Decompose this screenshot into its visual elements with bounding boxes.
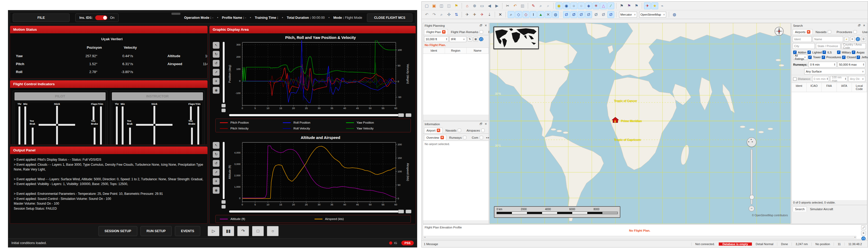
overview-map-inset[interactable] bbox=[493, 26, 539, 49]
zoom-reset-chart-button[interactable]: ↻ bbox=[213, 151, 220, 158]
map-canvas[interactable]: − 0 km2000400060008000 © OpenStreetMap c… bbox=[489, 23, 791, 224]
tab-checkbox-icon[interactable] bbox=[463, 136, 466, 139]
tabs-scroll-right-icon[interactable]: ▸ bbox=[488, 136, 489, 139]
airspace-online-icon[interactable]: Ø bbox=[600, 11, 607, 18]
adjust-altitude-icon[interactable]: ⇅ bbox=[453, 11, 460, 18]
map-legend-icon[interactable]: ◍ bbox=[671, 11, 678, 18]
route-string-icon[interactable]: ⌁ bbox=[659, 2, 665, 9]
column-header[interactable]: IATA bbox=[837, 83, 852, 92]
airspace-special-icon[interactable]: Ø bbox=[578, 11, 585, 18]
compass-rose-icon[interactable] bbox=[774, 26, 784, 36]
tab-com[interactable]: Com bbox=[469, 135, 485, 140]
flight-plan-table-body[interactable] bbox=[423, 54, 489, 115]
airspace-other-icon[interactable]: Ø bbox=[593, 11, 599, 18]
stop-button[interactable]: □ bbox=[252, 226, 264, 236]
select-chart-button[interactable]: ↖ bbox=[213, 142, 220, 149]
map-theme-combo[interactable]: OpenStreetMap∨ bbox=[639, 12, 666, 18]
runway-max-spinner[interactable]: 50,000 ft max▲▼ bbox=[838, 62, 865, 67]
bottom-tab-search[interactable]: Search bbox=[793, 206, 807, 212]
cruise-altitude-spinner[interactable]: 10,000 ft▲▼ bbox=[424, 36, 448, 42]
file-button[interactable]: FILE bbox=[13, 13, 69, 22]
distance-max-spinner[interactable]: 100 nm max▲▼ bbox=[830, 76, 847, 82]
aircraft-fuel-report-icon[interactable]: ✈ bbox=[478, 11, 486, 18]
column-header[interactable]: Region bbox=[445, 48, 467, 54]
tab-airport[interactable]: Airport✕ bbox=[424, 128, 443, 133]
tab-checkbox-icon[interactable] bbox=[479, 30, 483, 34]
play-button[interactable]: ▷ bbox=[208, 226, 219, 236]
information-content[interactable]: No airport selected. bbox=[423, 141, 489, 220]
search-state-input[interactable]: State / Province bbox=[816, 43, 840, 49]
track-chart-button[interactable]: ✈ bbox=[213, 78, 220, 85]
show-cities-icon[interactable]: ◉ bbox=[556, 2, 562, 9]
chart-v-slider[interactable] bbox=[223, 142, 225, 199]
tabs-scroll-left-icon[interactable]: ◂ bbox=[486, 136, 487, 139]
tab-airports[interactable]: Airports✕ bbox=[793, 29, 813, 34]
cut-icon[interactable]: ✂ bbox=[504, 2, 511, 9]
zoom-in-icon[interactable]: ⌕ bbox=[537, 2, 544, 9]
help-globe-icon[interactable] bbox=[856, 37, 860, 41]
chart-v-slider-button-1[interactable] bbox=[221, 104, 226, 108]
select-chart-button[interactable]: ↖ bbox=[213, 42, 220, 49]
distance-min-spinner[interactable]: 0 nm min▲▼ bbox=[812, 76, 829, 82]
filter-lighted[interactable]: Lighted bbox=[807, 51, 822, 54]
events-button[interactable]: EVENTS bbox=[175, 226, 200, 236]
tab-flight-plan[interactable]: Flight Plan✕ bbox=[424, 29, 448, 34]
search-name-input[interactable]: Name bbox=[813, 36, 843, 42]
fit-window-icon[interactable]: ▭ bbox=[478, 2, 486, 9]
ins-ids-toggle[interactable] bbox=[95, 16, 107, 20]
airspace-centers-icon[interactable]: Ø bbox=[585, 11, 592, 18]
zoom-reset-chart-button[interactable]: ↻ bbox=[213, 51, 220, 58]
column-header[interactable]: Ident bbox=[423, 48, 445, 54]
toggle-mark-range-icon[interactable]: ⌕ bbox=[508, 11, 515, 18]
tab-overview[interactable]: Overview✕ bbox=[424, 135, 446, 140]
flag-tracks-icon[interactable]: ⚑ bbox=[633, 2, 640, 9]
zoom-out-icon[interactable]: ⌕ bbox=[545, 2, 552, 9]
statusbar-messages[interactable]: 1 Message bbox=[424, 243, 438, 246]
column-header[interactable]: Ident bbox=[792, 83, 807, 92]
calendar-button[interactable]: ▦ bbox=[473, 37, 478, 41]
save-flightplan-as-icon[interactable]: ◫ bbox=[445, 2, 453, 9]
show-ils-icon[interactable]: ✳ bbox=[593, 2, 599, 9]
show-airspaces-icon[interactable]: △ bbox=[600, 2, 607, 9]
filter-military[interactable]: Military bbox=[837, 51, 851, 54]
refresh-chart-button[interactable]: ↺ bbox=[213, 60, 220, 67]
filter-tower[interactable]: Tower bbox=[808, 56, 820, 59]
tab-close-icon[interactable]: ✕ bbox=[807, 30, 810, 34]
zoom-slider-handle[interactable] bbox=[749, 195, 754, 200]
adjust-altitude-button[interactable]: ⇅ bbox=[467, 37, 472, 41]
h-scroll-button[interactable] bbox=[406, 113, 411, 117]
filter-jetfuel[interactable]: Jetfuel bbox=[857, 56, 868, 59]
save-flightplan-icon[interactable]: ◫ bbox=[438, 2, 445, 9]
profile-scrollbar[interactable]: ◂▸ bbox=[424, 236, 856, 239]
h-scroll-handle[interactable] bbox=[398, 113, 404, 117]
instructor-button[interactable]: INSTRUCTOR bbox=[112, 92, 203, 100]
tab-userpoints[interactable]: Userpoints bbox=[860, 29, 868, 34]
chart-v-slider-button-1[interactable] bbox=[221, 200, 226, 204]
help-globe-icon[interactable] bbox=[861, 236, 866, 241]
tab-navaids[interactable]: Navaids bbox=[443, 128, 464, 133]
show-hillshading-icon[interactable]: ◉ bbox=[563, 2, 570, 9]
replay-button[interactable]: ↷ bbox=[237, 226, 249, 236]
close-icon[interactable]: ✕ bbox=[485, 122, 487, 126]
delete-flightplan-icon[interactable]: ✕ bbox=[497, 11, 504, 18]
toggle-close-marks-icon[interactable]: ✕ bbox=[545, 11, 552, 18]
pilot-button[interactable]: PILOT bbox=[14, 92, 105, 100]
h-scroll-button[interactable] bbox=[406, 209, 411, 213]
map-pan-dpad[interactable] bbox=[747, 137, 756, 147]
toggle-route-error-icon[interactable]: ◇ bbox=[523, 11, 529, 18]
float-icon[interactable]: 🗗 bbox=[858, 24, 861, 27]
tab-close-icon[interactable]: ✕ bbox=[442, 30, 445, 34]
home-map-icon[interactable]: ⌂ bbox=[464, 2, 471, 9]
h-scroll-handle[interactable] bbox=[398, 209, 404, 213]
show-waypoints-icon[interactable]: ◈ bbox=[585, 2, 592, 9]
filter-avgas[interactable]: Avgas bbox=[852, 51, 865, 54]
chart-v-slider[interactable] bbox=[223, 42, 225, 103]
tab-flight-plan-remarks[interactable]: Flight Plan Remarks bbox=[448, 29, 486, 34]
map-zoom-slider[interactable] bbox=[750, 149, 753, 205]
close-icon[interactable]: ✕ bbox=[485, 24, 487, 27]
rating-combo[interactable]: All Ratings∨ bbox=[793, 55, 807, 60]
record-button[interactable]: ○ bbox=[267, 226, 279, 236]
flag-jet-icon[interactable]: ⚑ bbox=[626, 2, 632, 9]
search-country-input[interactable]: Country / Area Code bbox=[841, 43, 866, 49]
tab-runways[interactable]: Runways bbox=[447, 135, 469, 140]
